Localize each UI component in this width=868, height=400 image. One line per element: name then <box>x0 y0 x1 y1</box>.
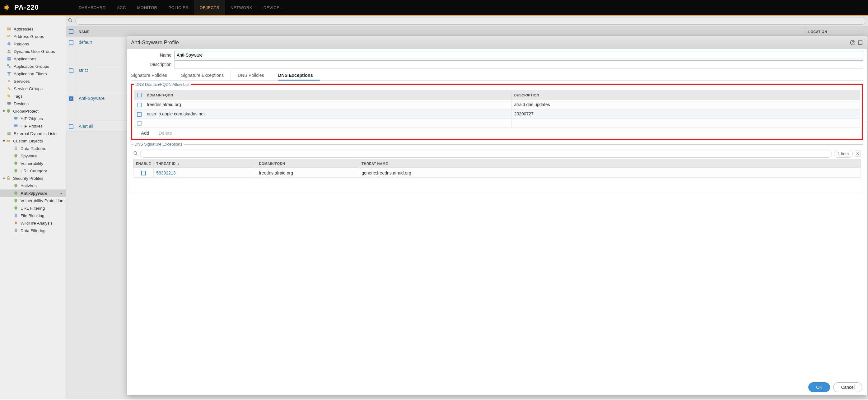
allow-check-all[interactable] <box>137 93 142 97</box>
tab-dns-exceptions[interactable]: DNS Exceptions <box>278 71 320 81</box>
name-label: Name <box>131 53 175 58</box>
sidebar-item-url-category[interactable]: URL Category <box>0 167 66 175</box>
svg-point-38 <box>852 43 853 44</box>
tag-icon <box>6 93 12 99</box>
clear-icon[interactable]: ✕ <box>855 151 861 157</box>
chevron-down-icon[interactable]: ▾ <box>2 109 6 113</box>
nav-tab-dashboard[interactable]: DASHBOARD <box>73 0 112 15</box>
allow-description[interactable]: 20200727 <box>512 109 860 119</box>
tab-dns-policies[interactable]: DNS Policies <box>238 71 271 80</box>
device-icon <box>6 101 12 106</box>
col-domain: DOMAIN/FQDN <box>256 159 359 168</box>
sidebar-item-url-filtering[interactable]: URL Filtering <box>0 204 66 212</box>
sidebar-item-hip-objects[interactable]: HIP Objects <box>0 115 66 122</box>
svg-rect-7 <box>7 57 9 59</box>
sidebar-item-data-patterns[interactable]: Data Patterns <box>0 145 66 152</box>
grid-icon <box>6 56 12 62</box>
sidebar-item-label: GlobalProtect <box>13 109 38 114</box>
nav-tabs: DASHBOARDACCMONITORPOLICIESOBJECTSNETWOR… <box>73 0 285 15</box>
sidebar-item-dynamic-user-groups[interactable]: Dynamic User Groups <box>0 48 66 55</box>
svg-rect-21 <box>8 104 10 105</box>
sidebar-item-label: Tags <box>14 94 23 99</box>
allow-description[interactable]: afraid dns updates <box>512 100 860 110</box>
nav-tab-policies[interactable]: POLICIES <box>163 0 194 15</box>
sidebar-item-application-groups[interactable]: Application Groups <box>0 63 66 70</box>
svg-rect-39 <box>858 41 862 44</box>
sidebar-item-antivirus[interactable]: Antivirus <box>0 182 66 189</box>
ok-button[interactable]: OK <box>808 382 830 392</box>
delete-button[interactable]: Delete <box>159 130 172 135</box>
sidebar-item-label: Application Groups <box>14 64 49 69</box>
row-checkbox[interactable] <box>137 103 142 107</box>
svg-rect-23 <box>15 119 17 120</box>
sidebar-item-data-filtering[interactable]: Data Filtering <box>0 227 66 234</box>
shield-icon <box>13 190 19 196</box>
sidebar-item-vulnerability-protection[interactable]: Vulnerability Protection <box>0 197 66 204</box>
nav-tab-network[interactable]: NETWORK <box>225 0 258 15</box>
allow-domain[interactable]: ocsp-lb.apple.com.akadns.net <box>144 109 512 119</box>
svg-point-18 <box>7 87 9 89</box>
sidebar-item-external-dynamic-lists[interactable]: External Dynamic Lists <box>0 130 66 137</box>
threat-id-link[interactable]: 58392213 <box>156 171 176 176</box>
enable-checkbox[interactable] <box>141 171 146 176</box>
sig-search-input[interactable] <box>140 150 832 158</box>
sidebar-item-service-groups[interactable]: Service Groups <box>0 85 66 92</box>
row-checkbox[interactable] <box>137 112 142 117</box>
svg-rect-31 <box>15 148 17 148</box>
svg-rect-0 <box>7 28 11 30</box>
tab-signature-policies[interactable]: Signature Policies <box>131 71 174 80</box>
sig-exceptions-table: ENABLE THREAT ID▲ DOMAIN/FQDN THREAT NAM… <box>133 159 861 178</box>
name-input[interactable] <box>175 51 863 59</box>
sidebar-item-label: Service Groups <box>14 87 42 91</box>
file-icon <box>13 213 19 218</box>
svg-rect-30 <box>15 147 17 148</box>
sidebar-item-anti-spyware[interactable]: Anti-Spyware <box>0 189 66 197</box>
description-input[interactable] <box>175 60 863 68</box>
sidebar-item-wildfire-analysis[interactable]: WildFire Analysis <box>0 219 66 227</box>
sidebar-item-devices[interactable]: Devices <box>0 100 66 107</box>
tab-signature-exceptions[interactable]: Signature Exceptions <box>181 71 231 80</box>
svg-rect-27 <box>7 133 11 134</box>
nav-tab-objects[interactable]: OBJECTS <box>194 0 225 15</box>
maximize-icon[interactable] <box>858 40 863 45</box>
svg-rect-34 <box>14 228 17 232</box>
add-button[interactable]: Add <box>141 130 149 135</box>
sidebar-item-label: Anti-Spyware <box>21 191 47 196</box>
sidebar-item-globalprotect[interactable]: ▾GlobalProtect <box>0 107 66 115</box>
globe-icon <box>6 41 12 47</box>
sidebar-item-addresses[interactable]: Addresses <box>0 25 66 33</box>
sidebar-item-tags[interactable]: Tags <box>0 92 66 100</box>
col-enable: ENABLE <box>133 159 154 168</box>
sidebar-item-services[interactable]: Services <box>0 78 66 85</box>
sidebar-item-label: Spyware <box>21 154 37 158</box>
chevron-down-icon[interactable]: ▾ <box>2 139 6 143</box>
lock-icon <box>6 176 11 181</box>
monitor-icon <box>13 123 19 129</box>
sidebar: AddressesAddress GroupsRegionsDynamic Us… <box>0 16 66 399</box>
nav-tab-device[interactable]: DEVICE <box>258 0 285 15</box>
sig-exceptions-legend: DNS Signature Exceptions <box>133 142 184 147</box>
sidebar-item-application-filters[interactable]: Application Filters <box>0 70 66 78</box>
svg-line-41 <box>136 154 137 155</box>
help-icon[interactable] <box>850 40 856 45</box>
sidebar-item-regions[interactable]: Regions <box>0 40 66 48</box>
list-icon <box>6 131 12 136</box>
sidebar-item-label: Devices <box>14 101 29 106</box>
top-bar: PA-220 DASHBOARDACCMONITORPOLICIESOBJECT… <box>0 0 868 16</box>
sidebar-item-custom-objects[interactable]: ▾Custom Objects <box>0 137 66 145</box>
cancel-button[interactable]: Cancel <box>833 382 862 392</box>
sidebar-item-spyware[interactable]: Spyware <box>0 152 66 160</box>
allow-domain[interactable]: freedns.afraid.org <box>144 100 512 110</box>
sidebar-item-applications[interactable]: Applications <box>0 55 66 63</box>
nav-tab-acc[interactable]: ACC <box>112 0 132 15</box>
sidebar-item-hip-profiles[interactable]: HIP Profiles <box>0 122 66 130</box>
sidebar-item-address-groups[interactable]: Address Groups <box>0 33 66 40</box>
sidebar-item-vulnerability[interactable]: Vulnerability <box>0 160 66 167</box>
svg-rect-32 <box>7 178 10 180</box>
chevron-down-icon[interactable]: ▾ <box>2 176 6 180</box>
nav-tab-monitor[interactable]: MONITOR <box>132 0 163 15</box>
sidebar-item-security-profiles[interactable]: ▾Security Profiles <box>0 175 66 182</box>
sidebar-item-file-blocking[interactable]: File Blocking <box>0 212 66 219</box>
row-checkbox[interactable] <box>137 121 142 126</box>
sidebar-item-label: Data Filtering <box>21 228 45 233</box>
